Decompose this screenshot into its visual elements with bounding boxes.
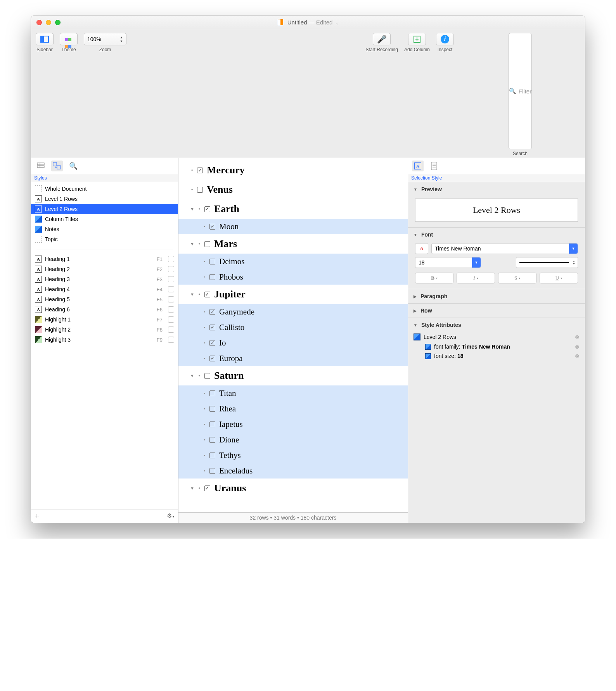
outline-row[interactable]: ▼•Uranus [178,479,408,498]
status-checkbox[interactable] [197,187,203,193]
row-text[interactable]: Europa [219,354,243,363]
sidebar-tab-find-icon[interactable]: 🔍 [67,161,79,171]
section-attributes[interactable]: ▼ Style Attributes [408,318,585,332]
outline-row[interactable]: ▼•Mars [178,234,408,254]
named-style-heading-6[interactable]: AHeading 6F6 [31,304,178,314]
row-handle-icon[interactable]: • [202,422,206,427]
named-style-highlight-2[interactable]: Highlight 2F8 [31,325,178,335]
section-paragraph[interactable]: ▶ Paragraph [408,289,585,303]
status-checkbox[interactable] [197,168,203,173]
style-row-notes[interactable]: Notes [31,224,178,234]
status-checkbox[interactable] [209,468,215,474]
disclosure-triangle-icon[interactable]: ▼ [190,207,194,211]
row-handle-icon[interactable]: • [202,341,206,345]
sidebar-tab-sections-icon[interactable] [35,161,47,171]
remove-attr-icon[interactable]: ⊗ [575,353,580,359]
status-checkbox[interactable] [209,259,215,264]
row-text[interactable]: Phobos [219,272,243,282]
outline-row[interactable]: •Ganymede [178,304,408,320]
disclosure-triangle-icon[interactable]: ▼ [190,486,194,491]
remove-attr-icon[interactable]: ⊗ [575,344,580,350]
style-row-level-1-rows[interactable]: ALevel 1 Rows [31,194,178,204]
row-handle-icon[interactable]: • [202,469,206,473]
row-text[interactable]: Mars [214,238,237,250]
close-window[interactable] [36,20,42,25]
chevron-down-icon[interactable]: ⌵ [336,21,338,25]
style-row-topic[interactable]: Topic [31,234,178,244]
search-field[interactable]: 🔍 Filter [509,33,532,149]
apply-checkbox[interactable] [168,266,174,272]
row-text[interactable]: Callisto [219,323,244,332]
row-handle-icon[interactable]: • [202,325,206,330]
remove-attr-icon[interactable]: ⊗ [575,334,580,340]
status-checkbox[interactable] [204,241,210,247]
status-checkbox[interactable] [209,325,215,330]
outline-row[interactable]: •Europa [178,351,408,366]
named-style-heading-2[interactable]: AHeading 2F2 [31,264,178,274]
apply-checkbox[interactable] [168,256,174,262]
outline-row[interactable]: •Iapetus [178,416,408,432]
row-handle-icon[interactable]: • [202,438,206,442]
inspector-tab-document[interactable] [428,161,440,171]
row-handle-icon[interactable]: • [202,453,206,458]
status-checkbox[interactable] [204,485,210,491]
outline-row[interactable]: •Rhea [178,401,408,416]
status-checkbox[interactable] [209,356,215,361]
row-handle-icon[interactable]: • [202,225,206,229]
gear-menu-button[interactable]: ⚙︎ ▾ [167,512,174,520]
outline-row[interactable]: •Callisto [178,320,408,335]
row-handle-icon[interactable]: • [190,168,194,173]
row-text[interactable]: Saturn [214,370,244,382]
row-handle-icon[interactable]: • [197,206,201,212]
row-handle-icon[interactable]: • [202,310,206,314]
section-row[interactable]: ▶ Row [408,304,585,318]
apply-checkbox[interactable] [168,306,174,313]
status-checkbox[interactable] [209,453,215,458]
outline-row[interactable]: ▼•Saturn [178,366,408,385]
status-checkbox[interactable] [209,390,215,396]
row-handle-icon[interactable]: • [197,292,201,297]
row-text[interactable]: Iapetus [219,420,243,429]
disclosure-triangle-icon[interactable]: ▼ [190,373,194,378]
status-checkbox[interactable] [209,224,215,230]
section-font[interactable]: ▼ Font [408,228,585,242]
row-text[interactable]: Moon [219,222,239,231]
named-style-heading-4[interactable]: AHeading 4F4 [31,284,178,294]
status-checkbox[interactable] [209,309,215,315]
outline-row[interactable]: •Enceladus [178,463,408,479]
font-size-select[interactable]: 18 ▼ [415,257,481,268]
status-checkbox[interactable] [204,373,210,379]
disclosure-triangle-icon[interactable]: ▼ [190,292,194,297]
status-checkbox[interactable] [209,422,215,427]
font-family-select[interactable]: Times New Roman ▼ [431,243,578,254]
apply-checkbox[interactable] [168,337,174,343]
row-handle-icon[interactable]: • [202,391,206,396]
row-text[interactable]: Uranus [214,482,246,494]
add-column-button[interactable]: + [408,33,426,45]
attribute-font-size[interactable]: font size: 18 ⊗ [408,351,585,361]
attribute-font-family[interactable]: font family: Times New Roman ⊗ [408,342,585,351]
outline-row[interactable]: •Venus [178,180,408,199]
strikethrough-button[interactable]: S▾ [498,273,536,283]
outline-row[interactable]: •Titan [178,385,408,401]
outline-row[interactable]: •Deimos [178,254,408,269]
section-preview[interactable]: ▼ Preview [408,182,585,196]
outline-row[interactable]: ▼•Earth [178,199,408,219]
status-checkbox[interactable] [209,437,215,443]
row-handle-icon[interactable]: • [197,373,201,379]
style-row-whole-document[interactable]: Whole Document [31,184,178,194]
row-text[interactable]: Enceladus [219,466,253,476]
named-style-highlight-1[interactable]: Highlight 1F7 [31,314,178,325]
font-panel-button[interactable]: A [415,243,428,254]
row-handle-icon[interactable]: • [197,485,201,491]
row-text[interactable]: Titan [219,389,236,398]
status-checkbox[interactable] [204,206,210,212]
apply-checkbox[interactable] [168,276,174,282]
outline-row[interactable]: ▼•Jupiter [178,285,408,304]
inspector-tab-selection[interactable]: A [412,161,424,171]
outline-row[interactable]: •Tethys [178,447,408,463]
row-text[interactable]: Rhea [219,404,236,414]
status-checkbox[interactable] [204,292,210,297]
start-recording-button[interactable]: 🎤 [373,33,391,45]
status-checkbox[interactable] [209,340,215,346]
